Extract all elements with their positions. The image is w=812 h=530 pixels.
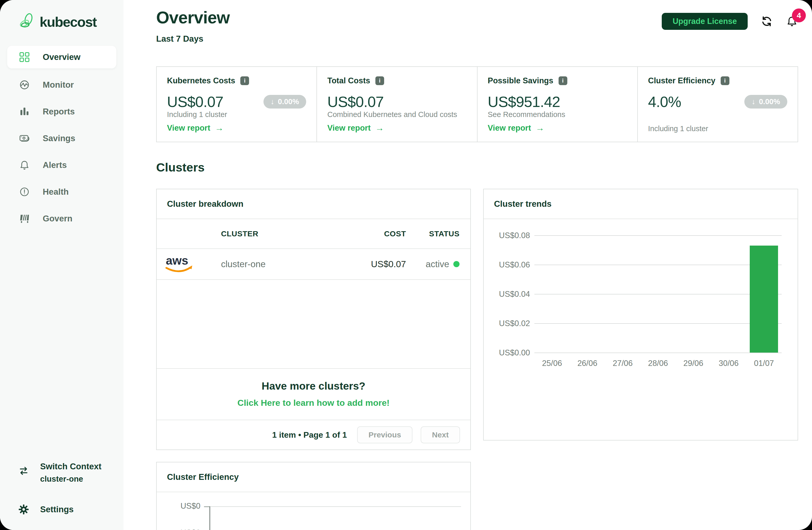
sidebar-item-settings[interactable]: Settings bbox=[18, 504, 116, 515]
sidebar-item-alerts[interactable]: Alerts bbox=[0, 152, 124, 178]
sidebar-item-reports[interactable]: Reports bbox=[0, 98, 124, 125]
sidebar-item-monitor[interactable]: Monitor bbox=[0, 72, 124, 98]
table-empty-space bbox=[157, 280, 470, 368]
pagination-bar: 1 item • Page 1 of 1 Previous Next bbox=[157, 420, 470, 450]
cluster-trends-chart: US$0.08 US$0.06 US$0.04 US$0.02 US$0.00 bbox=[484, 219, 798, 442]
info-icon[interactable]: i bbox=[375, 76, 384, 85]
y-axis-tick: US$0.00 bbox=[489, 348, 530, 357]
info-icon[interactable]: i bbox=[721, 76, 729, 85]
page-title: Overview bbox=[156, 8, 230, 27]
provider-cell: aws bbox=[157, 253, 203, 275]
table-row[interactable]: aws cluster-one US$0.07 active bbox=[157, 249, 470, 280]
aws-logo-icon: aws bbox=[164, 253, 196, 275]
gridline bbox=[209, 506, 461, 507]
y-axis-tick: US$0 bbox=[164, 528, 200, 530]
card-subtext: Including 1 cluster bbox=[648, 124, 787, 133]
cluster-breakdown-panel: Cluster breakdown CLUSTER COST STATUS aw… bbox=[156, 189, 471, 450]
cluster-name-cell: cluster-one bbox=[203, 259, 342, 269]
page-header: Overview Last 7 Days Upgrade License bbox=[156, 8, 798, 44]
bar-chart-icon bbox=[18, 106, 30, 118]
x-axis-labels: 25/06 26/06 27/06 28/06 29/06 30/06 01/0… bbox=[534, 359, 782, 368]
arrow-right-icon: → bbox=[375, 123, 384, 133]
x-axis-tick: 30/06 bbox=[711, 359, 746, 368]
x-axis-tick: 01/07 bbox=[746, 359, 782, 368]
status-column-header: STATUS bbox=[406, 230, 470, 238]
view-report-link[interactable]: View report→ bbox=[167, 123, 306, 133]
sidebar-item-label: Monitor bbox=[43, 80, 74, 90]
page-title-block: Overview Last 7 Days bbox=[156, 8, 230, 44]
card-possible-savings: Possible Savings i US$951.42 See Recomme… bbox=[478, 67, 638, 142]
x-axis-tick: 28/06 bbox=[640, 359, 676, 368]
logo-text: kubecost bbox=[40, 14, 97, 30]
info-icon[interactable]: i bbox=[240, 76, 249, 85]
previous-page-button[interactable]: Previous bbox=[357, 426, 412, 443]
change-badge: ↓0.00% bbox=[744, 95, 787, 108]
sidebar-nav: Overview Monitor bbox=[0, 46, 124, 232]
change-badge: ↓0.00% bbox=[263, 95, 306, 108]
view-report-link[interactable]: View report→ bbox=[327, 123, 466, 133]
sidebar-item-govern[interactable]: Govern bbox=[0, 205, 124, 232]
switch-context-text: Switch Context cluster-one bbox=[40, 461, 101, 484]
arrow-down-icon: ↓ bbox=[752, 98, 755, 106]
card-value: US$0.07 bbox=[167, 93, 223, 110]
gear-icon bbox=[18, 504, 29, 515]
summary-cards: Kubernetes Costs i US$0.07 ↓0.00% Includ… bbox=[156, 67, 798, 142]
y-axis-tick: US$0.04 bbox=[489, 290, 530, 299]
card-title: Cluster Efficiency bbox=[648, 76, 715, 85]
card-subtext: Combined Kubernetes and Cloud costs bbox=[327, 110, 466, 119]
card-subtext: Including 1 cluster bbox=[167, 110, 306, 119]
card-value: US$0.07 bbox=[327, 93, 383, 110]
sidebar: kubecost Overview Mo bbox=[0, 0, 124, 530]
sidebar-item-label: Reports bbox=[43, 107, 75, 117]
view-report-link[interactable]: View report→ bbox=[488, 123, 627, 133]
cluster-column-header: CLUSTER bbox=[203, 230, 342, 238]
grid-icon bbox=[18, 51, 30, 63]
gridline bbox=[534, 353, 782, 353]
plot-area bbox=[534, 235, 782, 353]
switch-context-button[interactable]: Switch Context cluster-one bbox=[18, 461, 116, 484]
header-actions: Upgrade License 4 bbox=[662, 13, 798, 30]
govern-icon bbox=[18, 213, 30, 224]
cluster-efficiency-panel: Cluster Efficiency US$0 US$0 bbox=[156, 462, 471, 530]
notification-count-badge: 4 bbox=[792, 9, 806, 23]
axis-tick-mark bbox=[204, 506, 209, 507]
card-total-costs: Total Costs i US$0.07 Combined Kubernete… bbox=[317, 67, 477, 142]
refresh-button[interactable] bbox=[760, 15, 773, 28]
x-axis-tick: 29/06 bbox=[676, 359, 711, 368]
sidebar-item-label: Govern bbox=[43, 214, 73, 223]
cluster-breakdown-title: Cluster breakdown bbox=[157, 189, 470, 219]
next-page-button[interactable]: Next bbox=[421, 426, 460, 443]
notifications-button[interactable]: 4 bbox=[786, 15, 798, 28]
pagination-summary: 1 item • Page 1 of 1 bbox=[272, 430, 347, 440]
status-dot bbox=[453, 261, 460, 267]
sidebar-item-label: Alerts bbox=[43, 160, 67, 170]
kubecost-logo: kubecost bbox=[0, 0, 124, 31]
sidebar-item-overview[interactable]: Overview bbox=[7, 46, 116, 69]
monitor-icon bbox=[18, 79, 30, 91]
switch-context-title: Switch Context bbox=[40, 461, 101, 471]
card-title: Possible Savings bbox=[488, 76, 553, 85]
table-header: CLUSTER COST STATUS bbox=[157, 219, 470, 249]
card-cluster-efficiency: Cluster Efficiency i 4.0% ↓0.00% Includi… bbox=[638, 67, 798, 142]
add-clusters-link[interactable]: Click Here to learn how to add more! bbox=[237, 398, 390, 408]
sidebar-item-health[interactable]: Health bbox=[0, 178, 124, 205]
status-cell: active bbox=[406, 259, 470, 269]
cluster-trends-title: Cluster trends bbox=[484, 189, 798, 219]
add-clusters-prompt: Have more clusters? Click Here to learn … bbox=[157, 368, 470, 420]
card-value: 4.0% bbox=[648, 93, 681, 110]
upgrade-license-button[interactable]: Upgrade License bbox=[662, 13, 748, 30]
info-icon[interactable]: i bbox=[559, 76, 567, 85]
svg-text:aws: aws bbox=[166, 254, 188, 267]
app-window: kubecost Overview Mo bbox=[0, 0, 812, 530]
banknote-icon bbox=[18, 132, 30, 144]
card-value: US$951.42 bbox=[488, 93, 560, 110]
settings-label: Settings bbox=[40, 504, 74, 514]
refresh-icon bbox=[760, 15, 773, 28]
sidebar-item-savings[interactable]: Savings bbox=[0, 125, 124, 152]
y-axis-tick: US$0.08 bbox=[489, 231, 530, 240]
card-subtext: See Recommendations bbox=[488, 110, 627, 119]
arrow-right-icon: → bbox=[215, 123, 223, 133]
arrow-down-icon: ↓ bbox=[271, 98, 275, 106]
main-content: Overview Last 7 Days Upgrade License bbox=[124, 0, 812, 530]
sidebar-item-label: Savings bbox=[43, 133, 75, 143]
